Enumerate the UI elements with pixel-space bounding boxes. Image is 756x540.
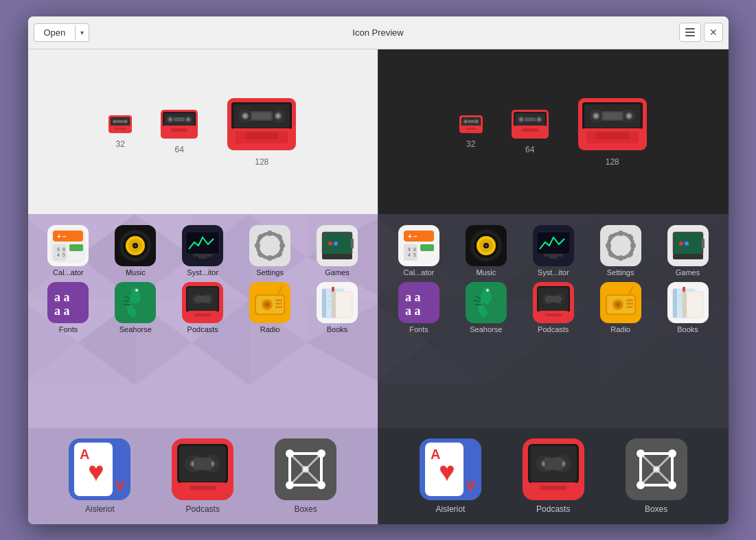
svg-rect-131 (322, 289, 326, 318)
svg-rect-188 (522, 128, 538, 132)
svg-text:A: A (115, 478, 125, 493)
svg-point-5 (114, 120, 116, 122)
titlebar-controls: ✕ (679, 23, 723, 42)
svg-rect-266 (673, 254, 703, 259)
svg-rect-18 (174, 117, 185, 121)
main-content: 32 64 (28, 49, 729, 524)
cassette-32-light-icon (108, 115, 133, 134)
window-title: Icon Preview (352, 27, 403, 38)
system-monitor-icon-light (182, 225, 223, 266)
svg-point-265 (685, 242, 689, 246)
svg-rect-294 (626, 303, 633, 305)
settings-item-light: Settings (239, 225, 301, 277)
podcasts-label-bottom-dark: Podcasts (536, 504, 570, 514)
size-32-dark: 32 (459, 115, 483, 149)
svg-rect-116 (196, 296, 209, 303)
svg-rect-299 (673, 289, 677, 318)
podcasts-large-icon-light (172, 438, 233, 500)
svg-text:−: − (62, 233, 67, 240)
svg-rect-286 (545, 314, 562, 316)
svg-rect-320 (545, 458, 562, 470)
bottom-icons-light: A A ♥ Aisleriot (28, 428, 378, 524)
calculator-icon-light: + − 9 8 4 5 (47, 225, 89, 266)
svg-rect-284 (547, 296, 560, 303)
icon-row-2-dark: a a a a Fonts (385, 282, 722, 333)
settings-icon-dark (600, 225, 641, 266)
icon-row-1-dark: + − 9 8 4 5 Cal...ator (385, 225, 722, 277)
podcasts-label-light: Podcasts (187, 325, 218, 333)
svg-rect-79 (193, 254, 212, 257)
podcasts-icon-light (182, 282, 223, 323)
hamburger-line-1 (685, 28, 695, 30)
boxes-bottom-dark: Boxes (626, 438, 687, 514)
svg-rect-127 (275, 306, 282, 308)
svg-point-194 (594, 114, 597, 117)
svg-text:5: 5 (413, 253, 416, 257)
calculator-label-dark: Cal...ator (404, 268, 435, 277)
svg-point-83 (265, 241, 275, 250)
size-preview-light: 32 64 (28, 49, 378, 214)
svg-text:♥: ♥ (439, 456, 455, 486)
open-dropdown-arrow[interactable]: ▾ (75, 25, 89, 40)
size-128-label-dark: 128 (606, 157, 619, 167)
size-64-light: 64 (160, 109, 198, 154)
svg-rect-247 (544, 254, 563, 257)
svg-rect-80 (198, 257, 207, 259)
books-label-light: Books (327, 325, 348, 333)
svg-rect-78 (186, 232, 219, 254)
games-item-dark: Games (657, 225, 719, 277)
sysmonitor-icon-dark (533, 225, 574, 266)
radio-label-light: Radio (260, 325, 280, 333)
seahorse-icon-light (115, 282, 156, 323)
menu-button[interactable] (679, 23, 701, 42)
svg-text:+: + (408, 233, 412, 240)
svg-rect-95 (351, 239, 354, 248)
books-item-light: Books (306, 282, 368, 333)
svg-point-96 (328, 242, 332, 246)
close-button[interactable]: ✕ (704, 23, 723, 42)
settings-label-light: Settings (256, 268, 284, 277)
svg-point-7 (125, 120, 127, 122)
bottom-icons-dark: A A ♥ Aisleriot (378, 428, 729, 524)
svg-rect-263 (702, 239, 705, 248)
calculator-icon-dark: + − 9 8 4 5 (398, 225, 439, 266)
aisleriot-large-icon-light: A A ♥ (69, 438, 130, 500)
settings-icon-light (249, 225, 290, 266)
svg-text:4: 4 (57, 253, 60, 257)
radio-icon-light (249, 282, 290, 323)
svg-rect-137 (332, 292, 336, 318)
fonts-icon-dark: a a a a (398, 282, 439, 323)
svg-point-292 (617, 303, 619, 306)
size-32-label-dark: 32 (466, 139, 475, 149)
svg-rect-62 (69, 244, 83, 251)
svg-rect-9 (115, 128, 126, 130)
aisleriot-label-bottom-dark: Aisleriot (436, 504, 466, 514)
music-label-dark: Music (476, 268, 496, 277)
svg-rect-322 (540, 486, 566, 490)
calculator-item-light: + − 9 8 4 5 Cal...ator (37, 225, 99, 277)
open-button-group[interactable]: Open ▾ (34, 23, 90, 42)
radio-label-dark: Radio (610, 325, 630, 333)
svg-rect-305 (683, 292, 687, 318)
podcasts-bottom-light: Podcasts (172, 438, 233, 514)
cassette-32-dark-icon (459, 115, 483, 134)
music-icon-light (115, 225, 156, 266)
svg-rect-202 (586, 131, 639, 143)
boxes-large-icon-dark (626, 438, 687, 500)
podcasts-bottom-dark: Podcasts (523, 438, 584, 514)
svg-text:9: 9 (408, 247, 411, 252)
svg-rect-152 (194, 458, 211, 470)
svg-point-251 (616, 241, 626, 250)
books-label-dark: Books (677, 325, 698, 333)
svg-text:a a: a a (54, 304, 70, 318)
icon-grid-dark: + − 9 8 4 5 Cal...ator (378, 214, 729, 344)
svg-text:4: 4 (408, 253, 411, 257)
svg-rect-230 (420, 244, 434, 251)
svg-rect-177 (468, 120, 474, 123)
open-button[interactable]: Open (34, 24, 76, 41)
svg-text:9: 9 (57, 247, 60, 252)
podcasts-label-dark: Podcasts (538, 325, 569, 333)
titlebar: Open ▾ Icon Preview ✕ (28, 16, 729, 49)
svg-point-176 (475, 120, 477, 122)
icon-grid-mid-dark: + − 9 8 4 5 Cal...ator (378, 214, 729, 428)
